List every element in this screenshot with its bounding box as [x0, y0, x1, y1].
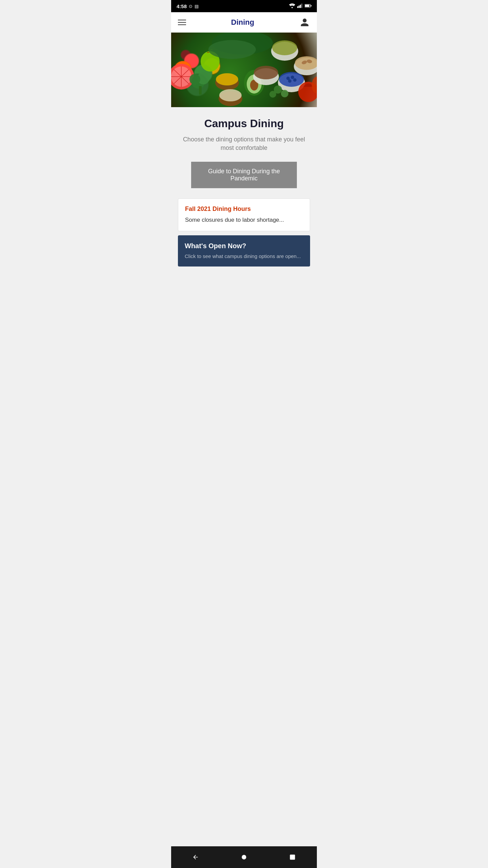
whats-open-card[interactable]: What's Open Now? Click to see what campu…	[178, 235, 310, 267]
svg-point-35	[291, 76, 294, 79]
pandemic-guide-button[interactable]: Guide to Dining During the Pandemic	[191, 162, 297, 188]
svg-rect-6	[305, 4, 309, 6]
home-button[interactable]	[237, 850, 251, 865]
status-icons-right	[289, 3, 311, 9]
fall-dining-card[interactable]: Fall 2021 Dining Hours Some closures due…	[178, 198, 310, 231]
svg-point-37	[288, 79, 291, 83]
fall-dining-body: Some closures due to labor shortage...	[185, 216, 303, 224]
status-left: 4:58 ⊙ ▤	[177, 3, 199, 9]
user-profile-button[interactable]	[299, 17, 310, 28]
person-icon	[300, 18, 309, 27]
page-title: Dining	[231, 18, 254, 27]
main-content: Campus Dining Choose the dining options …	[171, 107, 317, 273]
svg-point-17	[189, 74, 200, 85]
menu-line-1	[178, 20, 186, 20]
svg-rect-18	[199, 86, 202, 95]
signal-icon	[297, 3, 303, 9]
svg-point-44	[281, 90, 288, 97]
main-content-area: Campus Dining Choose the dining options …	[171, 107, 317, 846]
card-status-icon: ▤	[195, 4, 199, 9]
menu-button[interactable]	[178, 20, 186, 25]
menu-line-3	[178, 24, 186, 25]
svg-rect-3	[300, 4, 301, 8]
home-icon	[241, 854, 247, 861]
svg-point-27	[219, 89, 242, 101]
menu-line-2	[178, 22, 186, 23]
fall-dining-title: Fall 2021 Dining Hours	[185, 205, 303, 213]
svg-rect-4	[301, 3, 302, 8]
status-time: 4:58	[177, 3, 187, 9]
svg-rect-2	[299, 5, 300, 8]
recents-icon	[289, 854, 296, 861]
section-subtitle: Choose the dining options that make you …	[178, 135, 310, 152]
food-illustration	[171, 33, 317, 107]
circle-status-icon: ⊙	[189, 4, 192, 9]
svg-point-31	[254, 66, 278, 79]
back-icon	[192, 854, 199, 861]
whats-open-body: Click to see what campus dining options …	[185, 253, 303, 260]
svg-point-36	[293, 78, 297, 82]
svg-point-47	[242, 855, 246, 859]
svg-point-20	[208, 40, 256, 59]
svg-point-22	[216, 73, 238, 85]
svg-rect-7	[311, 5, 311, 6]
svg-rect-1	[297, 6, 298, 8]
bottom-navigation	[171, 846, 317, 868]
svg-point-29	[272, 40, 297, 55]
recents-button[interactable]	[285, 850, 300, 865]
svg-point-33	[279, 72, 304, 87]
wifi-icon	[289, 3, 295, 9]
back-button[interactable]	[188, 850, 203, 865]
status-bar: 4:58 ⊙ ▤	[171, 0, 317, 12]
svg-rect-48	[290, 855, 295, 860]
top-navigation: Dining	[171, 12, 317, 33]
svg-point-45	[269, 91, 276, 98]
svg-point-0	[291, 7, 293, 8]
hero-image	[171, 33, 317, 107]
battery-icon	[305, 4, 311, 9]
section-title: Campus Dining	[178, 117, 310, 130]
whats-open-title: What's Open Now?	[185, 242, 303, 250]
